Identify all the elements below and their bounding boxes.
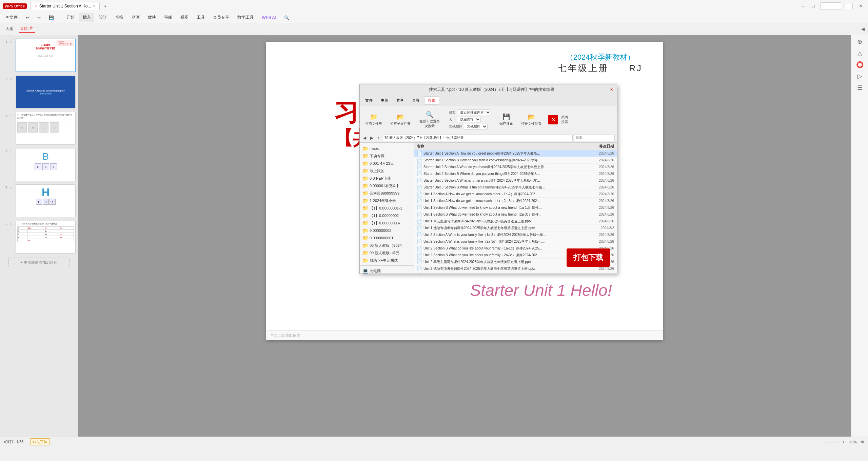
fe-up-btn[interactable]: ↑ (376, 135, 381, 141)
collapse-panel-btn[interactable]: ◀ (861, 26, 865, 32)
fe-sidebar-item-featured[interactable]: 📁 下功专属 (360, 152, 414, 160)
star-icon-3[interactable]: ☆ (9, 113, 14, 117)
fe-sidebar-item-maps[interactable]: 📁 maps (360, 145, 414, 152)
menu-view[interactable]: 视图 (177, 13, 192, 22)
close-btn[interactable]: ✕ (856, 2, 865, 10)
fe-sidebar-item-limit[interactable]: 📁 敢上限的 (360, 167, 414, 175)
star-icon-1[interactable]: ☆ (9, 40, 14, 43)
fe-sidebar-item-06[interactable]: 📁 06 新人教版（2024 (360, 242, 414, 249)
fe-sort-select[interactable]: 最近的搜索内容 (457, 109, 491, 115)
slides-view-btn[interactable]: 幻灯片 (19, 25, 35, 33)
fe-file-row-4[interactable]: 📄 Starter Unit 3 Section A What is fun i… (414, 177, 617, 184)
font-warning[interactable]: 缺失字体 (30, 438, 50, 445)
register-btn[interactable]: 立即登录 (820, 2, 841, 9)
right-icon-3[interactable]: ⭕ (856, 61, 864, 68)
right-icon-1[interactable]: ⊕ (857, 38, 862, 45)
menu-tools[interactable]: 工具 (193, 13, 208, 22)
menu-transitions[interactable]: 切换 (112, 13, 127, 22)
slide-preview-2[interactable]: Section A How do you greet people? 素材与中年… (16, 76, 76, 108)
menu-redo[interactable]: ↪ (34, 14, 44, 21)
notify-btn[interactable]: 2 (845, 3, 853, 9)
note-placeholder[interactable]: 单击此处添加备注 (270, 333, 300, 338)
fe-sidebar-item-sup[interactable]: 📁 0.000001补充X【 (360, 182, 414, 189)
fe-sidebar-item-subject[interactable]: 📁 会科目999999999 (360, 189, 414, 197)
star-icon-5[interactable]: ☆ (9, 186, 14, 189)
slide-preview-4[interactable]: B b B b (16, 148, 76, 181)
slide-thumb-1[interactable]: 1 ☆ 习题课件【共48份打包下载】 习题课件【共48份打包下载】 Starte… (1, 38, 76, 73)
right-icon-5[interactable]: ☰ (857, 84, 863, 92)
fe-location-btn[interactable]: 🔍 在以下位置再次搜索 (416, 109, 443, 130)
star-icon-2[interactable]: ☆ (9, 77, 14, 80)
fe-close-x-btn[interactable]: ✕ (548, 115, 558, 124)
slide-thumb-2[interactable]: 2 ☆ Section A How do you greet people? 素… (1, 75, 76, 109)
outline-view-btn[interactable]: 大纲 (3, 25, 16, 33)
menu-animation[interactable]: 动画 (128, 13, 143, 22)
zoom-out-btn[interactable]: － (816, 439, 820, 444)
fe-file-row-13[interactable]: 📄 Unit 2 Section A What is your family l… (414, 238, 617, 245)
zoom-slider[interactable]: ───── (824, 440, 837, 444)
fe-all-subfolders-btn[interactable]: 📂 所有子文件夹 (388, 112, 413, 127)
slide-thumb-5[interactable]: 5 ☆ H h H h (1, 184, 76, 218)
fe-tab-file[interactable]: 文件 (362, 97, 376, 104)
fe-sidebar-item-0001[interactable]: 📁 0.001-4月23日 (360, 160, 414, 167)
star-icon-4[interactable]: ☆ (9, 149, 14, 153)
fe-search-input[interactable] (574, 135, 615, 141)
fe-max-btn[interactable]: □ (369, 87, 375, 93)
minimize-btn[interactable]: ─ (800, 2, 807, 10)
fe-forward-btn[interactable]: ▶ (369, 135, 375, 141)
fe-tab-view[interactable]: 查看 (409, 97, 423, 104)
new-tab-btn[interactable]: + (101, 3, 109, 9)
menu-members[interactable]: 会员专享 (210, 13, 233, 22)
fe-sidebar-item-2024[interactable]: 📁 1-2024年级小学 (360, 197, 414, 204)
slide-preview-5[interactable]: H h H h (16, 184, 76, 217)
menu-save[interactable]: 💾 (45, 14, 57, 21)
add-slide-btn[interactable]: + 单击此处添加幻灯片 (8, 258, 70, 267)
fe-file-row-7[interactable]: 📄 Unit 1 Section A How do we get to know… (414, 198, 617, 204)
fe-address-input[interactable] (382, 135, 573, 141)
fe-min-btn[interactable]: ─ (362, 87, 368, 93)
fe-file-row-8[interactable]: 📄 Unit 1 Section B What do we need to kn… (414, 204, 617, 211)
slide-preview-6[interactable]: 二、写出下列字母的左邻右舍（大小写都写） 1MmNnOo 23m 3PpQq 4… (16, 221, 76, 254)
slide-preview-3[interactable]: 一、根据图片提示，在控线三角内写出其对应的英语字母的小写形式 A B C D (16, 112, 76, 145)
fe-sidebar-item-1[interactable]: 📁 【1】0.00000001-1 (360, 204, 414, 212)
active-tab[interactable]: P Starter Unit 1 Section A Ho... × (30, 2, 100, 10)
tab-close-btn[interactable]: × (93, 4, 95, 8)
download-badge[interactable]: 打包下载 (567, 248, 610, 267)
fe-back-btn[interactable]: ◀ (362, 135, 368, 141)
fe-file-row-9[interactable]: 📄 Unit 1 Section B What do we need to kn… (414, 211, 617, 218)
menu-design[interactable]: 设计 (96, 13, 111, 22)
fe-sidebar-item-small2[interactable]: 📁 0.0000000001 (360, 234, 414, 242)
fe-file-row-1[interactable]: 📄 Starter Unit 1 Section B How do you st… (414, 157, 617, 164)
fe-close-btn[interactable]: ✕ (609, 87, 614, 93)
fe-save-search-btn[interactable]: 💾 保存搜索 (497, 112, 516, 127)
fe-props-select[interactable]: 其他属性 (464, 124, 488, 129)
fe-file-row-6[interactable]: 📄 Unit 1 Section A How do we get to know… (414, 191, 617, 198)
fe-sidebar-item-small1[interactable]: 📁 0.000000002 (360, 227, 414, 234)
fe-sidebar-item-pep[interactable]: 📁 0.0-PEP下册 (360, 175, 414, 182)
menu-file[interactable]: ≡ 文件 (3, 13, 21, 22)
fe-sidebar-item-pc[interactable]: 💻 此电脑 (360, 267, 414, 274)
zoom-in-btn[interactable]: ＋ (842, 439, 845, 444)
fe-file-row-0[interactable]: 📄 Starter Unit 1 Section A How do you gr… (414, 150, 617, 157)
menu-slideshow[interactable]: 放映 (144, 13, 159, 22)
menu-insert[interactable]: 插入 (79, 13, 94, 22)
right-icon-4[interactable]: ▷ (857, 73, 862, 80)
fe-sidebar-item-test[interactable]: 📁 册练习+单元测试 (360, 257, 414, 264)
fe-file-row-18[interactable]: 📄 Unit 3 Section A What is your school l… (414, 272, 617, 274)
menu-wps-ai[interactable]: WPS AI (258, 14, 279, 21)
fe-open-location-btn[interactable]: 📂 打开文件位置 (518, 112, 544, 127)
fe-size-select[interactable]: 隐藏选项 (457, 117, 481, 122)
fe-tab-search[interactable]: 搜索 (424, 96, 439, 105)
right-icon-2[interactable]: △ (857, 49, 862, 57)
fe-file-row-12[interactable]: 📄 Unit 2 Section A What is your family l… (414, 232, 617, 238)
fe-file-row-11[interactable]: 📄 Unit 1 选做专项考专辅课件2024-2025学年人教版七年级英语道道上… (414, 225, 617, 232)
fe-file-row-5[interactable]: 📄 Starter Unit 3 Section B What is fun o… (414, 184, 617, 191)
fe-sidebar-item-09[interactable]: 📁 09 新人教版+单元 (360, 249, 414, 257)
menu-teaching[interactable]: 教学工具 (234, 13, 257, 22)
fe-current-folder-btn[interactable]: 📁 当前文件夹 (362, 112, 385, 127)
slide-thumb-3[interactable]: 3 ☆ 一、根据图片提示，在控线三角内写出其对应的英语字母的小写形式 A B C… (1, 111, 76, 145)
menu-review[interactable]: 审阅 (161, 13, 176, 22)
slide-thumb-6[interactable]: 6 ☆ 二、写出下列字母的左邻右舍（大小写都写） 1MmNnOo 23m 3Pp… (1, 220, 76, 254)
fe-file-row-10[interactable]: 📄 Unit 1 单元主题写作课件2024-2025学年人教版七年级英语道道上册… (414, 218, 617, 225)
slide-thumb-4[interactable]: 4 ☆ B b B b (1, 147, 76, 182)
